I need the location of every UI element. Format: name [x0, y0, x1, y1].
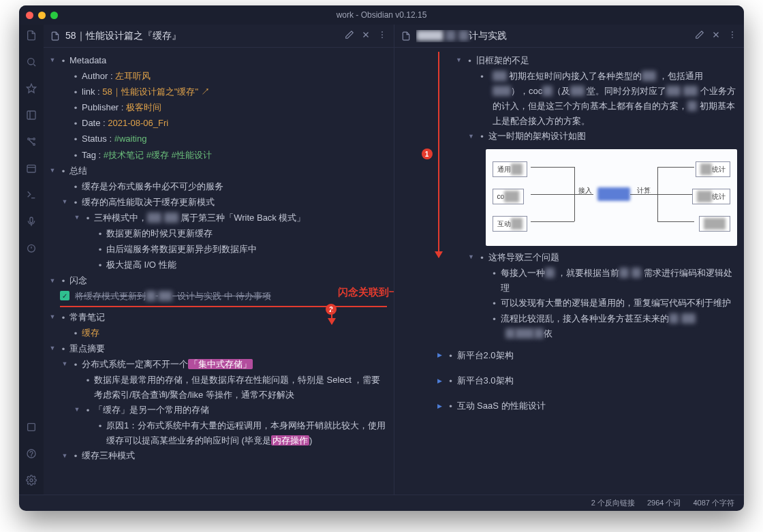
tag[interactable]: #性能设计	[172, 150, 212, 160]
template-icon[interactable]	[26, 110, 37, 123]
mic-icon[interactable]	[26, 216, 37, 229]
svg-line-9	[29, 140, 33, 144]
section-heading: 新平台2.0架构	[457, 348, 738, 363]
svg-point-5	[28, 138, 30, 140]
section-heading: 旧框架的不足	[476, 53, 738, 68]
command-icon[interactable]	[26, 189, 37, 202]
more-icon[interactable]	[728, 30, 737, 42]
date-value: 2021-08-06_Fri	[108, 118, 168, 128]
svg-point-30	[732, 37, 733, 38]
svg-line-1	[33, 64, 35, 66]
edit-icon[interactable]	[345, 30, 354, 42]
left-tab-title[interactable]: 58｜性能设计篇之『缓存』	[65, 30, 339, 42]
fold-toggle[interactable]: ▼	[48, 343, 57, 355]
annotation-badge-1: 1	[422, 148, 433, 159]
left-content[interactable]: ▼•Metadata •Author : 左耳听风 •link : 58｜性能设…	[44, 48, 394, 495]
file-icon	[401, 31, 411, 41]
close-tab-icon[interactable]	[711, 30, 721, 42]
help-icon[interactable]	[26, 448, 37, 461]
status-tag[interactable]: #waiting	[114, 134, 147, 144]
annotation-arrow-2	[331, 309, 332, 324]
svg-point-29	[732, 34, 733, 35]
svg-point-25	[382, 37, 383, 38]
calendar-icon[interactable]	[26, 163, 37, 176]
section-heading: 新平台3.0架构	[457, 373, 738, 388]
file-icon	[50, 31, 60, 41]
paragraph: xx 初期在短时间内接入了各种类型的xx ，包括通用xxx），cocx（及xx …	[488, 69, 738, 129]
fold-toggle[interactable]: ▼	[48, 311, 57, 324]
section-heading: 互动 SaaS 的性能设计	[457, 398, 738, 413]
app-body: 58｜性能设计篇之『缓存』 ▼•Metadata •Author : 左耳听风 …	[19, 25, 744, 495]
summary-heading: 总结	[69, 163, 387, 178]
evergreen-heading: 常青笔记	[69, 310, 387, 325]
right-tab-title[interactable]: xxxx x x计与实践	[416, 30, 690, 42]
svg-marker-2	[27, 84, 35, 93]
svg-point-20	[30, 479, 33, 482]
char-count: 4087 个字符	[693, 498, 734, 508]
settings-icon[interactable]	[26, 475, 37, 488]
right-pane: xxxx x x计与实践 1 ▼•旧框架的不足 •	[394, 25, 745, 495]
timer-icon[interactable]	[26, 242, 37, 255]
titlebar: work - Obsidian v0.12.15	[19, 5, 744, 25]
task-checkbox[interactable]: ✓	[60, 291, 69, 300]
internal-link[interactable]: 缓存	[82, 326, 387, 341]
svg-rect-3	[27, 111, 35, 119]
highlight: 内存操作	[271, 435, 309, 445]
backlinks-count[interactable]: 2 个反向链接	[591, 498, 635, 508]
publisher-value: 极客时间	[126, 102, 161, 112]
svg-point-24	[382, 34, 383, 35]
svg-point-0	[28, 59, 34, 65]
svg-rect-17	[28, 424, 35, 431]
highlight: 「集中式存储」	[188, 359, 253, 369]
word-count: 2964 个词	[647, 498, 681, 508]
window-title: work - Obsidian v0.12.15	[19, 10, 744, 20]
left-tab-header: 58｜性能设计篇之『缓存』	[44, 25, 394, 48]
maximize-window-button[interactable]	[50, 12, 58, 19]
search-icon[interactable]	[26, 57, 37, 69]
minimize-window-button[interactable]	[38, 12, 46, 19]
traffic-lights	[26, 12, 58, 19]
close-window-button[interactable]	[26, 12, 33, 19]
fold-toggle-collapsed[interactable]: ▶	[435, 349, 445, 362]
edit-icon[interactable]	[695, 30, 704, 42]
svg-point-7	[33, 138, 35, 140]
svg-point-6	[33, 144, 35, 146]
right-tab-header: xxxx x x计与实践	[394, 25, 745, 48]
left-pane: 58｜性能设计篇之『缓存』 ▼•Metadata •Author : 左耳听风 …	[44, 25, 394, 495]
metadata-heading: Metadata	[69, 53, 387, 68]
tag[interactable]: #技术笔记	[104, 150, 144, 160]
left-ribbon	[19, 25, 44, 495]
vault-icon[interactable]	[26, 422, 37, 435]
fold-toggle[interactable]: ▼	[48, 54, 57, 67]
fold-toggle-collapsed[interactable]: ▶	[435, 400, 445, 412]
file-explorer-icon[interactable]	[26, 30, 37, 43]
annotation-arrow-1	[438, 52, 439, 257]
tag[interactable]: #缓存	[146, 150, 169, 160]
svg-point-28	[732, 31, 733, 33]
author-value: 左耳听风	[115, 71, 151, 81]
svg-point-19	[31, 456, 32, 456]
app-window: work - Obsidian v0.12.15 58｜性能设计篇之『缓存』	[19, 5, 744, 511]
svg-point-15	[28, 245, 35, 252]
external-link[interactable]: 58｜性能设计篇之"缓存"	[102, 87, 198, 97]
architecture-diagram: 通用x coxx 互动x 接入	[486, 149, 738, 246]
more-icon[interactable]	[377, 30, 387, 42]
close-tab-icon[interactable]	[361, 30, 371, 42]
fold-toggle-collapsed[interactable]: ▶	[435, 375, 445, 387]
svg-point-23	[382, 31, 383, 33]
right-content[interactable]: 1 ▼•旧框架的不足 • xx 初期在短时间内接入了各种类型的xx ，包括通用x…	[394, 48, 745, 495]
svg-rect-13	[30, 217, 33, 223]
annotation-text: 闪念关联到一篇笔记以及任务	[338, 283, 394, 301]
star-icon[interactable]	[26, 83, 37, 96]
fold-toggle[interactable]: ▼	[48, 165, 57, 177]
status-bar: 2 个反向链接 2964 个词 4087 个字符	[19, 495, 744, 511]
annotation-underline	[60, 306, 387, 307]
svg-rect-10	[27, 165, 35, 172]
excerpt-heading: 重点摘要	[69, 341, 387, 356]
graph-icon[interactable]	[26, 136, 37, 149]
workspace: 58｜性能设计篇之『缓存』 ▼•Metadata •Author : 左耳听风 …	[44, 25, 744, 495]
fold-toggle[interactable]: ▼	[454, 54, 464, 67]
fold-toggle[interactable]: ▼	[48, 275, 57, 287]
